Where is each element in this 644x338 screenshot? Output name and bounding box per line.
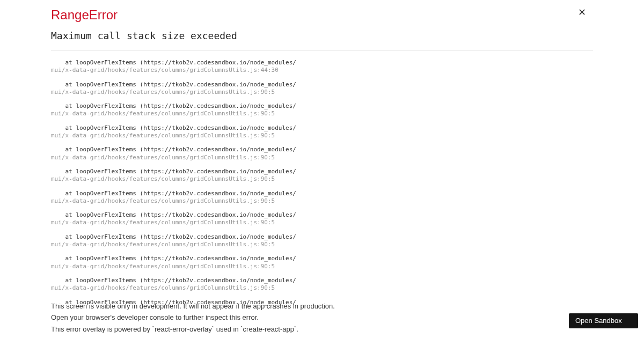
stack-call: at loopOverFlexItems (https://tkob2v.cod… xyxy=(51,255,593,262)
footer-line: This error overlay is powered by `react-… xyxy=(51,324,593,335)
stack-call: at loopOverFlexItems (https://tkob2v.cod… xyxy=(51,59,593,67)
stack-source: mui/x-data-grid/hooks/features/columns/g… xyxy=(51,219,593,226)
stack-call: at loopOverFlexItems (https://tkob2v.cod… xyxy=(51,81,593,89)
stack-call: at loopOverFlexItems (https://tkob2v.cod… xyxy=(51,124,593,132)
stack-frame: at loopOverFlexItems (https://tkob2v.cod… xyxy=(51,233,593,249)
stack-call: at loopOverFlexItems (https://tkob2v.cod… xyxy=(51,146,593,153)
stack-call: at loopOverFlexItems (https://tkob2v.cod… xyxy=(51,190,593,197)
stack-call: at loopOverFlexItems (https://tkob2v.cod… xyxy=(51,233,593,241)
close-icon: ✕ xyxy=(578,7,586,18)
stack-source: mui/x-data-grid/hooks/features/columns/g… xyxy=(51,89,593,96)
stack-call: at loopOverFlexItems (https://tkob2v.cod… xyxy=(51,211,593,219)
divider xyxy=(51,50,593,50)
stack-frame: at loopOverFlexItems (https://tkob2v.cod… xyxy=(51,168,593,183)
error-title: RangeError xyxy=(51,8,593,23)
open-sandbox-button[interactable]: Open Sandbox xyxy=(569,313,638,328)
stack-frame: at loopOverFlexItems (https://tkob2v.cod… xyxy=(51,146,593,161)
stack-trace: at loopOverFlexItems (https://tkob2v.cod… xyxy=(51,59,593,306)
stack-source: mui/x-data-grid/hooks/features/columns/g… xyxy=(51,132,593,139)
stack-call: at loopOverFlexItems (https://tkob2v.cod… xyxy=(51,168,593,175)
stack-source: mui/x-data-grid/hooks/features/columns/g… xyxy=(51,67,593,74)
stack-source: mui/x-data-grid/hooks/features/columns/g… xyxy=(51,284,593,292)
stack-source: mui/x-data-grid/hooks/features/columns/g… xyxy=(51,197,593,205)
stack-frame: at loopOverFlexItems (https://tkob2v.cod… xyxy=(51,255,593,270)
error-overlay: ✕ RangeError Maximum call stack size exc… xyxy=(0,0,644,338)
stack-source: mui/x-data-grid/hooks/features/columns/g… xyxy=(51,154,593,161)
error-message: Maximum call stack size exceeded xyxy=(51,30,593,41)
stack-frame: at loopOverFlexItems (https://tkob2v.cod… xyxy=(51,124,593,140)
footer-line: Open your browser's developer console to… xyxy=(51,312,593,323)
stack-frame: at loopOverFlexItems (https://tkob2v.cod… xyxy=(51,59,593,75)
footer-notes: This screen is visible only in developme… xyxy=(51,301,593,336)
stack-call: at loopOverFlexItems (https://tkob2v.cod… xyxy=(51,102,593,110)
stack-frame: at loopOverFlexItems (https://tkob2v.cod… xyxy=(51,190,593,205)
stack-frame: at loopOverFlexItems (https://tkob2v.cod… xyxy=(51,102,593,118)
stack-call: at loopOverFlexItems (https://tkob2v.cod… xyxy=(51,277,593,284)
stack-source: mui/x-data-grid/hooks/features/columns/g… xyxy=(51,263,593,270)
close-button[interactable]: ✕ xyxy=(578,8,586,17)
stack-frame: at loopOverFlexItems (https://tkob2v.cod… xyxy=(51,81,593,97)
stack-source: mui/x-data-grid/hooks/features/columns/g… xyxy=(51,110,593,117)
stack-frame: at loopOverFlexItems (https://tkob2v.cod… xyxy=(51,211,593,227)
stack-frame: at loopOverFlexItems (https://tkob2v.cod… xyxy=(51,277,593,292)
footer-line: This screen is visible only in developme… xyxy=(51,301,593,312)
stack-source: mui/x-data-grid/hooks/features/columns/g… xyxy=(51,175,593,183)
stack-source: mui/x-data-grid/hooks/features/columns/g… xyxy=(51,241,593,248)
